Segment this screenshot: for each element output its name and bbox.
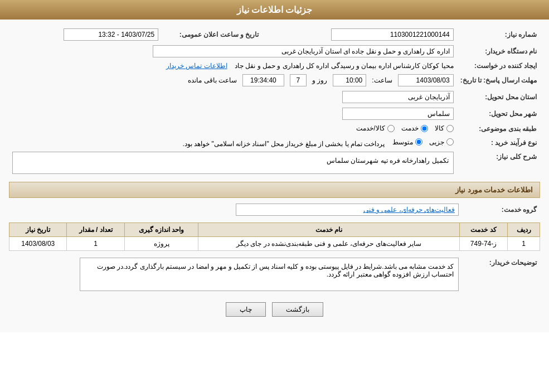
service-group-input: فعالیت‌های حرفه‌ای، علمی و فنی	[236, 204, 459, 216]
service-group-table: گروه خدمت: فعالیت‌های حرفه‌ای، علمی و فن…	[9, 201, 540, 218]
need-number-value: 1103001221000144	[262, 26, 456, 43]
row-province: استان محل تحویل: آذربایجان غربی	[9, 89, 540, 105]
service-group-value: فعالیت‌های حرفه‌ای، علمی و فنی	[9, 201, 462, 218]
page-wrapper: جزئیات اطلاعات نیاز شماره نیاز: 11030012…	[0, 0, 549, 392]
table-cell-name: سایر فعالیت‌های حرفه‌ای، علمی و فنی طبقه…	[198, 237, 460, 251]
row-general-desc: شرح کلی نیاز: تکمیل راهدارخانه فره تپه ش…	[9, 149, 540, 176]
services-table-body: 1ز-74-749سایر فعالیت‌های حرفه‌ای، علمی و…	[9, 237, 540, 251]
btn-back[interactable]: بازگشت	[272, 302, 323, 317]
general-desc-box: تکمیل راهدارخانه فره تپه شهرستان سلماس	[12, 152, 454, 174]
col-date: تاریخ نیاز	[9, 223, 67, 237]
buyer-notes-label: توضیحات خریدار:	[462, 255, 540, 293]
table-cell-code: ز-74-749	[459, 237, 507, 251]
deadline-remaining-input: 19:34:40	[242, 74, 284, 86]
announce-input: 1403/07/25 - 13:32	[64, 28, 158, 41]
button-row: بازگشت چاپ	[9, 302, 540, 317]
category-label-goods: کالا	[435, 124, 444, 132]
category-label-service: خدمت	[401, 124, 419, 132]
announce-value: 1403/07/25 - 13:32	[9, 26, 162, 43]
purchase-radio-medium[interactable]	[415, 138, 422, 146]
col-qty: تعداد / مقدار	[67, 223, 124, 237]
content-area: شماره نیاز: 1103001221000144 تاریخ و ساع…	[0, 20, 549, 332]
table-cell-date: 1403/08/03	[9, 237, 67, 251]
deadline-day-label: روز و	[312, 76, 327, 84]
service-group-label: گروه خدمت:	[462, 201, 540, 218]
deadline-time-label: ساعت:	[372, 76, 392, 84]
category-radio-both[interactable]	[387, 125, 395, 132]
table-row: 1ز-74-749سایر فعالیت‌های حرفه‌ای، علمی و…	[9, 237, 540, 251]
row-deadline: مهلت ارسال پاسخ: تا تاریخ: 1403/08/03 سا…	[9, 72, 540, 89]
col-name: نام خدمت	[198, 223, 460, 237]
services-table-header: ردیف کد خدمت نام خدمت واحد اندازه گیری ت…	[9, 223, 540, 237]
table-cell-unit: پروژه	[124, 237, 198, 251]
need-number-input: 1103001221000144	[331, 28, 454, 41]
province-input: آذربایجان غربی	[342, 91, 454, 103]
buyer-notes-value: کد خدمت مشابه می باشد.شرایط در فایل پیوس…	[9, 255, 462, 293]
col-unit: واحد اندازه گیری	[124, 223, 198, 237]
services-section-header: اطلاعات خدمات مورد نیاز	[9, 182, 540, 198]
creator-value: محیا کوکان کارشناس اداره بیمان و رسیدگی …	[9, 60, 457, 72]
deadline-days-input: 7	[290, 74, 307, 86]
city-input: سلماس	[342, 108, 454, 120]
category-option-goods: کالا	[435, 124, 454, 132]
purchase-label-medium: متوسط	[392, 138, 413, 146]
city-value: سلماس	[9, 105, 457, 122]
buyer-notes-table: توضیحات خریدار: کد خدمت مشابه می باشد.شر…	[9, 255, 540, 293]
purchase-type-label: نوع فرآیند خرید :	[457, 136, 540, 150]
col-code: کد خدمت	[459, 223, 507, 237]
general-desc-text: تکمیل راهدارخانه فره تپه شهرستان سلماس	[327, 157, 449, 164]
creator-label: ایجاد کننده در خواست:	[457, 60, 540, 72]
creator-text: محیا کوکان کارشناس اداره بیمان و رسیدگی …	[235, 62, 454, 70]
buyer-org-value: اداره کل راهداری و حمل و نقل جاده ای است…	[9, 43, 457, 60]
buyer-notes-box: کد خدمت مشابه می باشد.شرایط در فایل پیوس…	[80, 258, 459, 291]
buyer-org-input: اداره کل راهداری و حمل و نقل جاده ای است…	[153, 45, 454, 57]
purchase-radio-small[interactable]	[446, 138, 454, 146]
page-header: جزئیات اطلاعات نیاز	[0, 0, 549, 20]
category-option-service: خدمت	[401, 124, 428, 132]
category-option-both: کالا/خدمت	[356, 124, 394, 132]
buyer-notes-text: کد خدمت مشابه می باشد.شرایط در فایل پیوس…	[97, 263, 454, 278]
general-desc-label: شرح کلی نیاز:	[457, 149, 540, 176]
purchase-option-small: جزیی	[429, 138, 454, 146]
services-table-header-row: ردیف کد خدمت نام خدمت واحد اندازه گیری ت…	[9, 223, 540, 237]
category-radio-group: کالا خدمت کالا/خدمت	[356, 124, 453, 132]
row-creator: ایجاد کننده در خواست: محیا کوکان کارشناس…	[9, 60, 540, 72]
announce-label: تاریخ و ساعت اعلان عمومی:	[162, 26, 262, 43]
purchase-radio-group: جزیی متوسط	[392, 138, 454, 146]
purchase-type-value: جزیی متوسط پرداخت تمام یا بخشی از مبلغ خ…	[9, 136, 457, 150]
province-value: آذربایجان غربی	[9, 89, 457, 105]
province-label: استان محل تحویل:	[457, 89, 540, 105]
main-info-table: شماره نیاز: 1103001221000144 تاریخ و ساع…	[9, 26, 540, 176]
table-cell-row: 1	[508, 237, 540, 251]
deadline-remaining-label: ساعت باقی مانده	[188, 76, 237, 84]
general-desc-value: تکمیل راهدارخانه فره تپه شهرستان سلماس	[9, 149, 457, 176]
deadline-label: مهلت ارسال پاسخ: تا تاریخ:	[457, 72, 540, 89]
row-service-group: گروه خدمت: فعالیت‌های حرفه‌ای، علمی و فن…	[9, 201, 540, 218]
deadline-date-input: 1403/08/03	[398, 74, 454, 86]
row-need-number: شماره نیاز: 1103001221000144 تاریخ و ساع…	[9, 26, 540, 43]
category-label: طبقه بندی موضوعی:	[457, 122, 540, 136]
row-buyer-notes: توضیحات خریدار: کد خدمت مشابه می باشد.شر…	[9, 255, 540, 293]
deadline-value: 1403/08/03 ساعت: 10:00 روز و 7 19:34:40 …	[9, 72, 457, 89]
city-label: شهر محل تحویل:	[457, 105, 540, 122]
purchase-note: پرداخت تمام یا بخشی از مبلغ خریداز محل "…	[182, 139, 385, 147]
purchase-label-small: جزیی	[429, 138, 444, 146]
row-category: طبقه بندی موضوعی: کالا خدمت	[9, 122, 540, 136]
contact-link[interactable]: اطلاعات تماس خریدار	[166, 62, 227, 70]
category-value: کالا خدمت کالا/خدمت	[9, 122, 457, 136]
buyer-org-label: نام دستگاه خریدار:	[457, 43, 540, 60]
btn-print[interactable]: چاپ	[226, 302, 266, 317]
row-city: شهر محل تحویل: سلماس	[9, 105, 540, 122]
table-cell-qty: 1	[67, 237, 124, 251]
page-title: جزئیات اطلاعات نیاز	[237, 5, 313, 14]
row-purchase-type: نوع فرآیند خرید : جزیی متوسط پرداخت	[9, 136, 540, 150]
need-number-label: شماره نیاز:	[457, 26, 540, 43]
deadline-time-input: 10:00	[333, 74, 366, 86]
category-radio-goods[interactable]	[446, 125, 454, 132]
category-label-both: کالا/خدمت	[356, 124, 385, 132]
purchase-option-medium: متوسط	[392, 138, 422, 146]
row-buyer-org: نام دستگاه خریدار: اداره کل راهداری و حم…	[9, 43, 540, 60]
col-row: ردیف	[508, 223, 540, 237]
category-radio-service[interactable]	[421, 125, 428, 132]
services-table: ردیف کد خدمت نام خدمت واحد اندازه گیری ت…	[9, 222, 540, 251]
